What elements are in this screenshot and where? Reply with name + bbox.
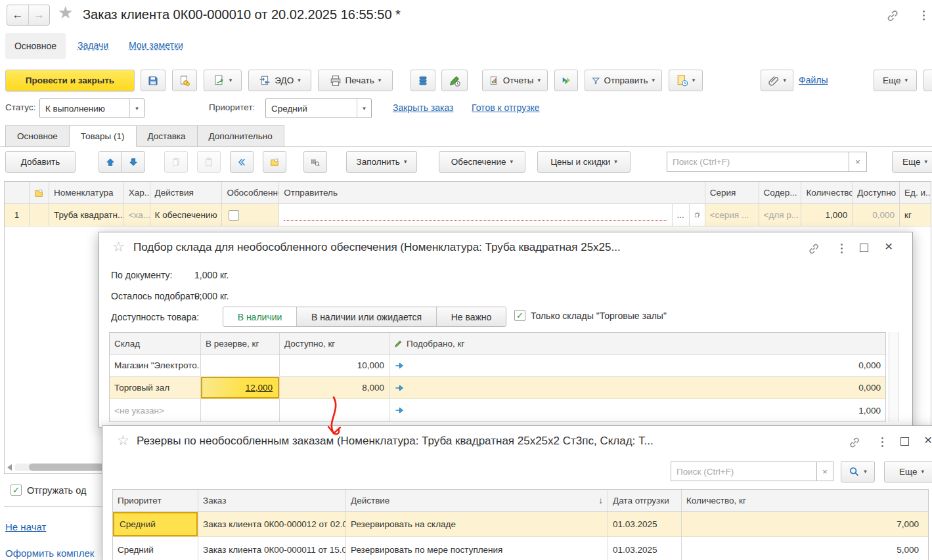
col-series[interactable]: Серия — [705, 182, 759, 204]
dialog-more-button[interactable]: Еще ▾ — [884, 461, 932, 483]
warehouse-row-1[interactable]: Магазин "Электрото... 10,000 0,000 — [110, 355, 885, 377]
add-row-button[interactable]: Добавить — [5, 151, 76, 173]
create-based-on-button[interactable]: ▾ — [204, 70, 242, 91]
sender-open-button[interactable] — [690, 204, 705, 226]
col-priority[interactable]: Приоритет — [113, 490, 198, 511]
pick-arrow-icon[interactable] — [394, 360, 405, 371]
pick-arrow-icon[interactable] — [394, 405, 405, 416]
dialog-more-menu-icon[interactable] — [877, 435, 887, 449]
post-document-button[interactable] — [172, 70, 197, 91]
dialog-more-menu-icon[interactable] — [836, 241, 847, 255]
col-nomenclature[interactable]: Номенклатура — [49, 182, 124, 204]
col-actions[interactable]: Действия — [150, 182, 223, 204]
col-reserve[interactable]: В резерве, кг — [201, 333, 280, 354]
col-picked[interactable]: Подобрано, кг — [389, 333, 885, 354]
col-quantity[interactable]: Количество, кг — [682, 490, 928, 511]
col-warehouse[interactable]: Склад — [110, 333, 201, 354]
col-available[interactable]: Доступно, кг — [280, 333, 389, 354]
partial-button[interactable] — [923, 70, 932, 91]
sender-field[interactable] — [279, 204, 673, 226]
clear-search-icon[interactable]: × — [849, 152, 867, 172]
maximize-icon[interactable] — [860, 244, 868, 252]
tab-main[interactable]: Основное — [5, 125, 70, 147]
provision-button[interactable]: Обеспечение ▾ — [439, 151, 525, 173]
warehouse-row-3[interactable]: <не указан> 1,000 — [110, 399, 885, 421]
tab-goods[interactable]: Товары (1) — [69, 125, 137, 147]
col-quantity[interactable]: Количество — [801, 182, 853, 204]
dialog-star-icon[interactable]: ☆ — [117, 433, 129, 448]
issue-kit-link[interactable]: Оформить комплек — [5, 548, 94, 559]
availability-any[interactable]: Не важно — [437, 307, 506, 326]
group-button[interactable] — [263, 151, 286, 173]
nav-tab-main[interactable]: Основное — [5, 33, 66, 59]
col-action[interactable]: Действие ↓ — [346, 490, 608, 511]
search-button[interactable]: ▾ — [841, 461, 875, 483]
get-link-icon[interactable] — [885, 9, 900, 23]
post-and-close-button[interactable]: Провести и закрыть — [5, 70, 135, 91]
goods-search-input[interactable] — [667, 152, 849, 172]
col-ship-date[interactable]: Дата отгрузки — [608, 490, 682, 511]
col-rownum[interactable] — [5, 182, 30, 204]
status-select[interactable]: К выполнению ▾ — [39, 98, 144, 118]
more-button[interactable]: Еще ▾ — [874, 70, 917, 91]
favorite-star-icon[interactable]: ★ — [58, 3, 73, 23]
tab-extra[interactable]: Дополнительно — [197, 125, 284, 147]
maximize-icon[interactable] — [900, 437, 909, 446]
attachments-button[interactable]: ▾ — [761, 70, 793, 91]
scroll-left-icon[interactable] — [7, 464, 12, 471]
ship-single-checkbox[interactable]: ✓ — [11, 485, 22, 496]
clear-search-icon[interactable]: × — [817, 462, 833, 481]
col-order[interactable]: Заказ — [198, 490, 346, 511]
sender-ellipsis-button[interactable]: ... — [673, 204, 690, 226]
reserve-row-2[interactable]: Средний Заказ клиента 0К00-000011 от 15.… — [113, 537, 928, 560]
nav-tab-notes[interactable]: Мои заметки — [129, 40, 183, 51]
availability-in-stock[interactable]: В наличии — [223, 307, 297, 326]
files-link[interactable]: Файлы — [799, 75, 828, 85]
dialog-scrollbar[interactable] — [889, 332, 899, 422]
col-sender[interactable]: Отправитель — [279, 182, 705, 204]
reserves-search-input[interactable] — [671, 462, 817, 481]
change-history-button[interactable] — [441, 70, 468, 91]
dialog-star-icon[interactable]: ☆ — [112, 239, 125, 255]
grid-more-button[interactable]: Еще ▾ — [892, 151, 932, 173]
save-button[interactable] — [141, 70, 166, 91]
deferred-document-button[interactable]: ▾ — [669, 70, 703, 91]
barcode-scan-button[interactable] — [303, 151, 327, 173]
col-unit[interactable]: Ед. и... — [900, 182, 931, 204]
back-button[interactable]: ← — [7, 5, 28, 25]
split-row-button[interactable] — [230, 151, 254, 173]
paste-button[interactable] — [197, 151, 221, 173]
send-button[interactable]: Отправить ▾ — [585, 70, 662, 91]
availability-expected[interactable]: В наличии или ожидается — [297, 307, 437, 326]
reports-button[interactable]: Отчеты ▾ — [482, 70, 548, 91]
forward-button[interactable]: → — [28, 5, 49, 25]
print-button[interactable]: Печать ▾ — [318, 70, 393, 91]
col-group[interactable] — [30, 182, 49, 204]
fill-button[interactable]: Заполнить ▾ — [346, 151, 417, 173]
dialog-link-icon[interactable] — [807, 242, 820, 255]
col-content[interactable]: Содер... — [759, 182, 802, 204]
reserve-link[interactable]: 12,000 — [246, 383, 273, 393]
not-started-link[interactable]: Не начат — [5, 521, 46, 532]
window-more-menu-icon[interactable] — [918, 8, 929, 22]
copy-button[interactable] — [164, 151, 188, 173]
subordination-structure-button[interactable] — [411, 70, 435, 91]
close-icon[interactable]: × — [924, 433, 932, 446]
warehouse-row-2[interactable]: Торговый зал 12,000 8,000 0,000 — [110, 377, 885, 399]
only-warehouses-checkbox[interactable]: ✓ — [514, 310, 525, 321]
separate-checkbox[interactable] — [229, 210, 239, 221]
ready-to-ship-link[interactable]: Готов к отгрузке — [472, 102, 540, 113]
col-separate[interactable]: Обособленно — [222, 182, 279, 204]
priority-select[interactable]: Средний ▾ — [265, 98, 372, 118]
col-available[interactable]: Доступно — [853, 182, 900, 204]
reserve-row-1[interactable]: Средний Заказ клиента 0К00-000012 от 02.… — [113, 512, 928, 537]
pick-arrow-icon[interactable] — [394, 383, 405, 393]
close-icon[interactable]: × — [885, 239, 893, 253]
tab-delivery[interactable]: Доставка — [136, 125, 198, 147]
goods-row-1[interactable]: 1 Труба квадратн... <ха... К обеспечению… — [5, 204, 931, 226]
col-characteristic[interactable]: Хар... — [124, 182, 150, 204]
business-process-button[interactable] — [554, 70, 578, 91]
edo-button[interactable]: ЭДО ▾ — [248, 70, 311, 91]
close-order-link[interactable]: Закрыть заказ — [393, 102, 454, 113]
dialog-link-icon[interactable] — [848, 436, 861, 449]
